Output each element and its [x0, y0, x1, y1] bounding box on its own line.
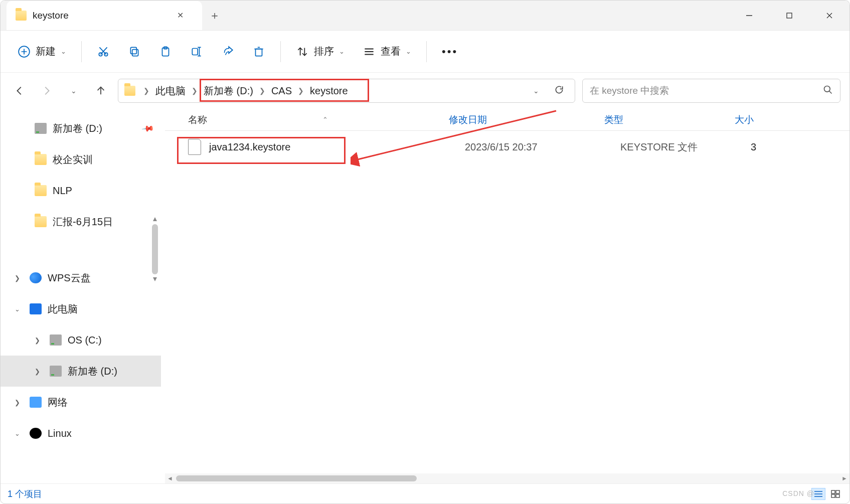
sort-label: 排序 [314, 45, 334, 58]
sort-asc-icon: ⌃ [322, 116, 328, 123]
folder-icon [35, 185, 47, 196]
new-button[interactable]: 新建 ⌄ [10, 38, 74, 65]
toolbar: 新建 ⌄ 排序 ⌄ 查看 ⌄ ••• [1, 31, 849, 73]
file-size: 3 [751, 141, 756, 153]
sidebar-item-label: 汇报-6月15日 [53, 215, 113, 229]
folder-icon [124, 86, 135, 96]
svg-line-29 [829, 91, 832, 93]
horizontal-scrollbar[interactable]: ◄ ► [165, 473, 849, 483]
pin-icon: 📌 [141, 121, 155, 135]
recent-button[interactable]: ⌄ [64, 81, 84, 101]
svg-rect-1 [787, 13, 792, 18]
column-name[interactable]: 名称 ⌃ [188, 113, 449, 126]
chevron-right-icon: ❯ [139, 87, 153, 95]
rename-button[interactable] [182, 38, 211, 65]
column-date[interactable]: 修改日期 [449, 113, 604, 126]
copy-button[interactable] [120, 38, 149, 65]
sidebar-item-label: 新加卷 (D:) [68, 365, 117, 378]
back-button[interactable] [10, 81, 30, 101]
breadcrumb-dropdown[interactable]: ⌄ [525, 87, 548, 95]
sidebar-item-label: 新加卷 (D:) [53, 122, 102, 135]
tab-close-button[interactable]: ✕ [171, 7, 189, 25]
folder-icon [35, 154, 47, 165]
scroll-left-icon[interactable]: ◄ [165, 475, 175, 482]
svg-point-28 [824, 86, 830, 92]
drive-icon [35, 123, 47, 134]
new-tab-button[interactable]: ＋ [202, 8, 227, 23]
separator [280, 41, 281, 62]
drive-icon [50, 366, 62, 377]
main-area: 新加卷 (D:) 📌 校企实训 NLP 汇报-6月15日 ❯ WPS云盘 [1, 109, 849, 483]
breadcrumb[interactable]: ❯ 此电脑 ❯ 新加卷 (D:) ❯ CAS ❯ keystore ⌄ [118, 79, 575, 103]
new-label: 新建 [36, 45, 56, 58]
view-button[interactable]: 查看 ⌄ [355, 38, 419, 65]
drive-icon [50, 334, 62, 346]
svg-line-10 [99, 47, 106, 54]
sidebar-item-folder[interactable]: 汇报-6月15日 [1, 206, 161, 237]
tab-keystore[interactable]: keystore ✕ [7, 1, 202, 30]
search-input[interactable]: 在 keystore 中搜索 [582, 79, 840, 103]
breadcrumb-segment[interactable]: 此电脑 [153, 81, 188, 101]
delete-button[interactable] [244, 38, 273, 65]
svg-rect-37 [836, 494, 839, 497]
refresh-button[interactable] [548, 85, 571, 97]
folder-icon [16, 11, 27, 21]
cut-button[interactable] [89, 38, 118, 65]
svg-rect-34 [831, 490, 835, 493]
sidebar-item-label: 网络 [48, 396, 68, 409]
chevron-down-icon: ⌄ [15, 305, 24, 313]
sidebar-item-label: WPS云盘 [48, 271, 91, 285]
chevron-down-icon: ⌄ [61, 48, 66, 55]
column-type[interactable]: 类型 [604, 113, 735, 126]
sidebar-item-drive-d-pinned[interactable]: 新加卷 (D:) 📌 [1, 113, 161, 144]
sidebar-item-drive-d[interactable]: ❯ 新加卷 (D:) [1, 356, 161, 387]
thumbnails-view-button[interactable] [828, 488, 842, 500]
chevron-right-icon: ❯ [15, 274, 24, 282]
linux-icon [30, 428, 42, 439]
network-icon [30, 397, 42, 408]
svg-rect-36 [831, 494, 835, 497]
sidebar-item-this-pc[interactable]: ⌄ 此电脑 [1, 293, 161, 324]
nav-row: ⌄ ❯ 此电脑 ❯ 新加卷 (D:) ❯ CAS ❯ keystore ⌄ 在 … [1, 73, 849, 109]
chevron-right-icon: ❯ [35, 368, 44, 375]
sidebar-item-folder[interactable]: 校企实训 [1, 144, 161, 175]
column-size[interactable]: 大小 [735, 113, 785, 126]
scroll-right-icon[interactable]: ► [839, 475, 849, 482]
watermark: CSDN @ [782, 489, 814, 497]
sidebar-scrollbar[interactable] [152, 224, 158, 274]
share-button[interactable] [213, 38, 242, 65]
column-headers: 名称 ⌃ 修改日期 类型 大小 [165, 109, 849, 131]
file-type: KEYSTORE 文件 [620, 140, 751, 154]
search-icon [823, 85, 833, 97]
view-label: 查看 [381, 45, 401, 58]
cloud-icon [30, 272, 42, 283]
sort-button[interactable]: 排序 ⌄ [288, 38, 353, 65]
sidebar-item-label: 此电脑 [48, 302, 78, 316]
paste-button[interactable] [151, 38, 180, 65]
forward-button[interactable] [37, 81, 57, 101]
chevron-right-icon: ❯ [15, 399, 24, 406]
pane-divider[interactable] [161, 109, 165, 483]
column-label: 名称 [188, 113, 207, 126]
more-button[interactable]: ••• [434, 38, 466, 65]
annotation-box [200, 79, 369, 102]
sidebar-item-network[interactable]: ❯ 网络 [1, 387, 161, 418]
sidebar: 新加卷 (D:) 📌 校企实训 NLP 汇报-6月15日 ❯ WPS云盘 [1, 109, 161, 483]
minimize-button[interactable] [729, 3, 769, 29]
sidebar-item-os-c[interactable]: ❯ OS (C:) [1, 324, 161, 356]
svg-rect-12 [130, 47, 136, 54]
sidebar-item-linux[interactable]: ⌄ Linux [1, 418, 161, 449]
search-placeholder: 在 keystore 中搜索 [590, 84, 669, 97]
maximize-button[interactable] [769, 3, 809, 29]
titlebar: keystore ✕ ＋ [1, 1, 849, 31]
file-list: 名称 ⌃ 修改日期 类型 大小 java1234.keystore 2023/6… [165, 109, 849, 483]
sidebar-item-folder[interactable]: NLP [1, 175, 161, 206]
separator [426, 41, 427, 62]
sidebar-item-wps-cloud[interactable]: ❯ WPS云盘 [1, 262, 161, 293]
statusbar: 1 个项目 CSDN @ [1, 483, 849, 503]
sidebar-item-label: OS (C:) [68, 334, 102, 346]
scrollbar-thumb[interactable] [176, 475, 417, 481]
chevron-down-icon: ⌄ [406, 48, 411, 55]
up-button[interactable] [91, 81, 111, 101]
close-button[interactable] [809, 3, 849, 29]
